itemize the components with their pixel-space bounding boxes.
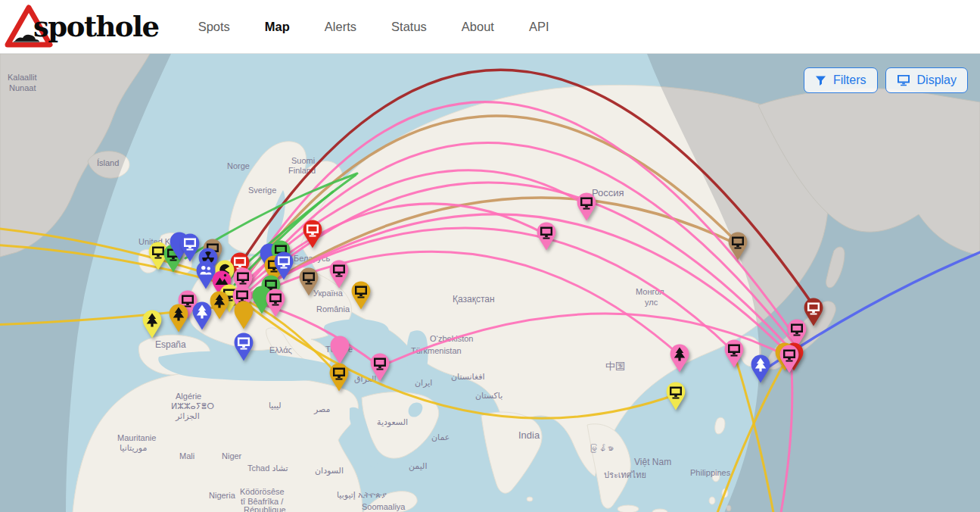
nav-status[interactable]: Status (391, 20, 427, 34)
main-nav: Spots Map Alerts Status About API (198, 20, 549, 34)
spot-marker-monitor[interactable] (299, 267, 319, 296)
world-map: KalaallitNunaatÍslandUnited KingdomNorge… (0, 54, 980, 512)
app-title: spothole (33, 10, 159, 43)
map-label: موريتانيا (120, 443, 147, 453)
map-label: افغانستان (451, 372, 485, 381)
spot-marker-tree[interactable] (751, 354, 770, 383)
display-button[interactable]: Display (885, 67, 968, 93)
map-label: မြန်မာ (589, 444, 614, 453)
map-label: España (155, 339, 186, 350)
map-label: Norge (227, 161, 250, 170)
spot-marker-monitor[interactable] (329, 260, 349, 289)
spot-marker-monitor[interactable] (728, 232, 748, 261)
nav-spots[interactable]: Spots (198, 20, 230, 34)
spot-marker-monitor[interactable] (351, 281, 371, 310)
spot-marker-tree[interactable] (192, 301, 212, 330)
spot-marker-monitor[interactable] (537, 222, 556, 251)
spot-marker-monitor[interactable] (234, 332, 254, 361)
nav-alerts[interactable]: Alerts (325, 20, 356, 34)
spot-marker-tree[interactable] (169, 304, 188, 332)
map-label: Algérie (176, 392, 201, 401)
spot-marker-monitor[interactable] (779, 345, 799, 373)
map-label: ايران (415, 378, 432, 388)
map-label: Soomaaliya (362, 502, 406, 511)
spot-marker-monitor[interactable] (329, 363, 349, 392)
map-label: الجزائر (175, 411, 200, 421)
map-canvas[interactable]: KalaallitNunaatÍslandUnited KingdomNorge… (0, 54, 980, 512)
spot-marker-monitor[interactable] (666, 382, 686, 411)
map-label: عمان (431, 432, 450, 442)
map-label: مصر (313, 404, 331, 414)
map-label: اليمن (409, 461, 427, 471)
map-label: 中国 (605, 361, 625, 372)
map-label: Sverige (248, 186, 276, 195)
spot-marker-monitor[interactable] (724, 339, 744, 368)
display-icon (897, 74, 910, 86)
spot-marker-tree[interactable] (210, 291, 229, 320)
app-logo[interactable]: spothole (5, 4, 159, 49)
map-controls: Filters Display (804, 67, 968, 93)
map-label: ประเทศไทย (604, 470, 646, 479)
spot-marker-plain[interactable] (330, 336, 350, 364)
map-label: Қазақстан (453, 294, 495, 304)
display-button-label: Display (917, 73, 957, 87)
map-label: India (518, 429, 540, 441)
map-label: République (244, 505, 286, 512)
map-label: باكستان (475, 391, 502, 400)
map-label: Tchad تشاد (247, 464, 288, 473)
map-label: Ködörösêse (240, 487, 285, 496)
filters-button-label: Filters (833, 73, 866, 87)
nav-map[interactable]: Map (265, 20, 290, 34)
nav-api[interactable]: API (529, 20, 549, 34)
map-label: Việt Nam (634, 457, 671, 467)
map-label: Mauritanie (117, 433, 156, 442)
map-label: السودان (315, 466, 344, 476)
map-label: إتيوبيا ኢትዮጵያ (337, 490, 387, 500)
spot-marker-plain[interactable] (234, 301, 254, 329)
map-label: România (316, 304, 350, 314)
map-label: Philippines (690, 468, 731, 477)
app-header: spothole Spots Map Alerts Status About A… (0, 0, 980, 54)
map-label: Niger (222, 451, 242, 460)
map-label: ليبيا (269, 401, 282, 410)
spot-marker-monitor[interactable] (804, 298, 823, 326)
map-label: Suomi (291, 156, 315, 165)
map-label: Россия (592, 187, 624, 198)
map-label: ⵍⵣⵣⴰⵢⴻⵔ (171, 401, 214, 411)
nav-about[interactable]: About (462, 20, 494, 34)
filter-icon (815, 75, 826, 86)
spot-marker-monitor[interactable] (266, 289, 285, 317)
filters-button[interactable]: Filters (804, 67, 878, 93)
spot-marker-monitor[interactable] (577, 192, 596, 221)
spot-marker-monitor[interactable] (370, 353, 390, 382)
map-label: улс (645, 298, 658, 307)
map-label: Nigeria (209, 491, 236, 500)
map-label: السعودية (377, 417, 408, 427)
spot-marker-tree[interactable] (670, 344, 689, 373)
spot-marker-monitor[interactable] (303, 220, 322, 248)
spot-marker-monitor[interactable] (180, 233, 200, 262)
map-label: Ελλάς (269, 345, 292, 354)
spot-marker-tree[interactable] (142, 310, 162, 339)
map-label: Mali (179, 451, 194, 460)
